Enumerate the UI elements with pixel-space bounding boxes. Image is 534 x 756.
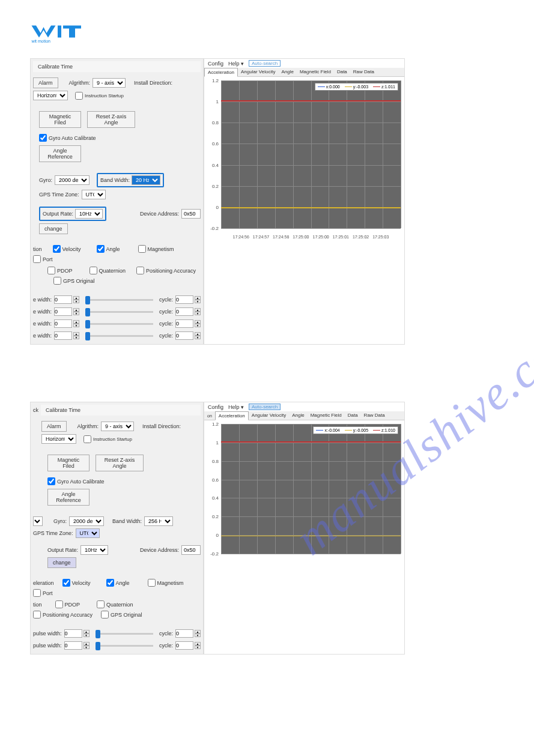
slider[interactable] bbox=[96, 633, 153, 635]
gps-tz-select[interactable]: UTC bbox=[76, 528, 100, 538]
alarm-button[interactable]: Alarm bbox=[41, 421, 67, 432]
cycle-spinner[interactable]: ▲▼ bbox=[175, 629, 201, 638]
width-spinner[interactable]: ▲▼ bbox=[64, 641, 90, 650]
auto-search[interactable]: Auto-search bbox=[249, 60, 281, 67]
angle-checkbox[interactable] bbox=[106, 579, 114, 587]
slider[interactable] bbox=[96, 645, 153, 647]
install-direction-select[interactable]: Horizontal bbox=[33, 91, 68, 100]
gps-tz-select[interactable]: UTC bbox=[82, 190, 106, 199]
quaternion-checkbox[interactable] bbox=[90, 267, 97, 274]
gyro-select[interactable]: 2000 deg/s bbox=[69, 516, 104, 526]
slider[interactable] bbox=[85, 311, 153, 313]
slider[interactable] bbox=[85, 335, 153, 337]
trunc-select[interactable] bbox=[33, 516, 43, 526]
cycle-spinner[interactable]: ▲▼ bbox=[175, 319, 201, 328]
bandwidth-select[interactable]: 20 Hz bbox=[132, 175, 160, 185]
tab-angular-velocity[interactable]: Angular Velocity bbox=[249, 411, 289, 420]
reset-z-button[interactable]: Reset Z-axis Angle bbox=[96, 455, 144, 471]
tab-raw-data[interactable]: Raw Data bbox=[361, 411, 388, 420]
algorithm-select[interactable]: 9 - axis bbox=[101, 422, 134, 431]
gyro-auto-label: Gyro Auto Calibrate bbox=[57, 479, 105, 485]
instruction-startup-checkbox[interactable] bbox=[75, 92, 83, 100]
chart-tabs: Acceleration Angular Velocity Angle Magn… bbox=[204, 68, 404, 77]
cycle-spinner[interactable]: ▲▼ bbox=[175, 331, 201, 340]
tab-angle[interactable]: Angle bbox=[289, 411, 307, 420]
reset-z-button[interactable]: Reset Z-axis Angle bbox=[87, 111, 135, 128]
bandwidth-label: Band Width: bbox=[112, 518, 142, 524]
gps-original-checkbox[interactable] bbox=[53, 277, 61, 285]
magnetism-checkbox[interactable] bbox=[148, 579, 156, 587]
cycle-spinner[interactable]: ▲▼ bbox=[175, 641, 201, 650]
menu-config[interactable]: Config bbox=[208, 61, 223, 67]
device-addr-input[interactable] bbox=[181, 209, 201, 219]
output-rate-select[interactable]: 10Hz bbox=[75, 209, 103, 219]
tab-magnetic-field[interactable]: Magnetic Field bbox=[308, 411, 345, 420]
change-button[interactable]: change bbox=[47, 557, 76, 568]
chart-area: x:-0.004y:-0.005z:1.010-0.200.20.40.60.8… bbox=[204, 420, 404, 564]
instruction-startup-checkbox[interactable] bbox=[83, 435, 91, 443]
tab-data[interactable]: Data bbox=[345, 411, 361, 420]
angle-reference-button[interactable]: Angle Reference bbox=[47, 489, 90, 506]
install-direction-select[interactable]: Horizontal bbox=[41, 434, 76, 444]
tab-angular-velocity[interactable]: Angular Velocity bbox=[238, 68, 278, 76]
on-trunc: on bbox=[204, 411, 215, 420]
slider[interactable] bbox=[85, 323, 153, 325]
logo: wit motion bbox=[30, 24, 504, 46]
gyro-auto-label: Gyro Auto Calibrate bbox=[49, 135, 96, 141]
cycle-spinner[interactable]: ▲▼ bbox=[175, 307, 201, 316]
gyro-auto-checkbox[interactable] bbox=[47, 477, 55, 485]
auto-search[interactable]: Auto-search bbox=[249, 404, 281, 410]
tab-angle[interactable]: Angle bbox=[278, 68, 296, 76]
config-panel-1: Calibrate Time Alarm Algrithm: 9 - axis … bbox=[30, 58, 204, 345]
tab-acceleration[interactable]: Acceleration bbox=[215, 411, 249, 420]
angle-checkbox[interactable] bbox=[97, 245, 105, 253]
magnetic-filed-button[interactable]: Magnetic Filed bbox=[47, 455, 90, 471]
quaternion-checkbox[interactable] bbox=[97, 600, 105, 608]
algorithm-label: Algrithm: bbox=[69, 80, 91, 86]
slider[interactable] bbox=[85, 299, 153, 301]
tab-raw-data[interactable]: Raw Data bbox=[350, 68, 377, 76]
positioning-checkbox[interactable] bbox=[33, 611, 41, 618]
velocity-checkbox[interactable] bbox=[62, 579, 70, 587]
cycle-spinner[interactable]: ▲▼ bbox=[175, 295, 201, 304]
gps-original-checkbox[interactable] bbox=[101, 611, 109, 618]
gyro-select[interactable]: 2000 deg/s bbox=[55, 175, 90, 185]
magnetism-checkbox[interactable] bbox=[138, 245, 146, 253]
width-spinner[interactable]: ▲▼ bbox=[54, 319, 79, 328]
device-addr-input[interactable] bbox=[181, 545, 201, 555]
tion-label: tion bbox=[33, 246, 42, 252]
device-addr-label: Device Address: bbox=[140, 211, 179, 217]
menu-help[interactable]: Help ▾ bbox=[228, 61, 244, 67]
pdop-checkbox[interactable] bbox=[47, 267, 55, 274]
magnetic-filed-button[interactable]: Magnetic Filed bbox=[39, 111, 81, 128]
port-checkbox[interactable] bbox=[33, 589, 41, 597]
port-checkbox[interactable] bbox=[33, 255, 41, 263]
svg-rect-0 bbox=[58, 26, 61, 38]
width-spinner[interactable]: ▲▼ bbox=[54, 295, 79, 304]
gyro-auto-checkbox[interactable] bbox=[39, 134, 47, 142]
width-spinner[interactable]: ▲▼ bbox=[54, 307, 79, 316]
change-button[interactable]: change bbox=[39, 223, 68, 234]
velocity-checkbox[interactable] bbox=[53, 245, 61, 253]
tion-label: tion bbox=[33, 602, 42, 608]
gyro-label: Gyro: bbox=[53, 518, 67, 524]
install-direction-label: Install Direction: bbox=[134, 80, 172, 86]
config-panel-2: ck Calibrate Time Alarm Algrithm: 9 - ax… bbox=[30, 402, 204, 655]
install-direction-label: Install Direction: bbox=[142, 423, 181, 429]
menu-help[interactable]: Help ▾ bbox=[228, 404, 244, 410]
menu-config[interactable]: Config bbox=[208, 404, 223, 410]
gyro-label: Gyro: bbox=[39, 177, 52, 183]
tab-magnetic-field[interactable]: Magnetic Field bbox=[297, 68, 334, 76]
width-spinner[interactable]: ▲▼ bbox=[64, 629, 90, 638]
output-rate-select[interactable]: 10Hz bbox=[80, 545, 108, 555]
tab-data[interactable]: Data bbox=[334, 68, 350, 76]
chart-panel-1: Config Help ▾ Auto-search Acceleration A… bbox=[204, 58, 405, 345]
pdop-checkbox[interactable] bbox=[55, 600, 63, 608]
width-spinner[interactable]: ▲▼ bbox=[54, 331, 79, 340]
alarm-button[interactable]: Alarm bbox=[33, 77, 58, 88]
positioning-checkbox[interactable] bbox=[136, 267, 144, 274]
tab-acceleration[interactable]: Acceleration bbox=[204, 68, 238, 77]
bandwidth-select[interactable]: 256 Hz bbox=[144, 516, 173, 526]
algorithm-select[interactable]: 9 - axis bbox=[93, 78, 126, 88]
angle-reference-button[interactable]: Angle Reference bbox=[39, 145, 81, 162]
